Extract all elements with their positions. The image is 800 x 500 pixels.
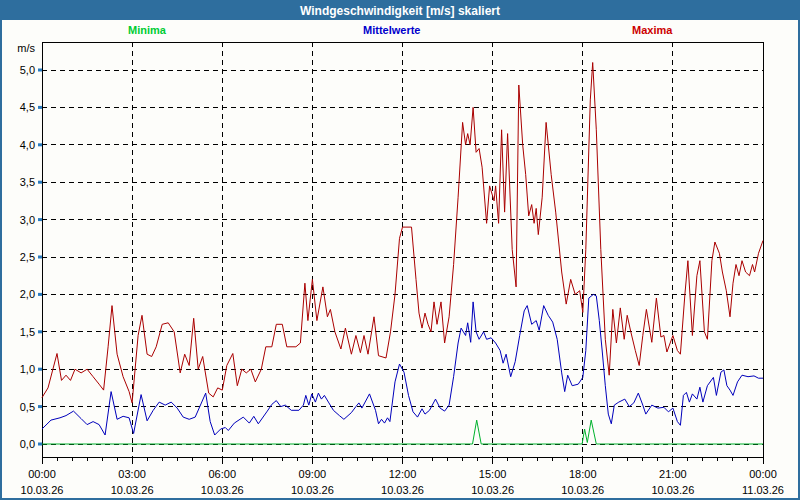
y-axis-tick — [38, 256, 42, 259]
y-tick-label: 5,0 — [20, 64, 35, 76]
x-tick-date: 10.03.26 — [201, 484, 244, 496]
x-tick-date: 10.03.26 — [471, 484, 514, 496]
y-tick-label: 0,0 — [20, 438, 35, 450]
x-tick-date: 10.03.26 — [291, 484, 334, 496]
x-tick-time: 21:00 — [659, 468, 687, 480]
y-tick-label: 4,5 — [20, 101, 35, 113]
x-tick-date: 10.03.26 — [381, 484, 424, 496]
legend-mittelwerte: Mittelwerte — [363, 24, 420, 36]
y-tick-label: 0,5 — [20, 401, 35, 413]
y-axis-tick — [38, 181, 42, 184]
y-axis-tick — [38, 143, 42, 146]
y-axis-tick — [38, 293, 42, 296]
x-tick-time: 09:00 — [299, 468, 327, 480]
x-tick-time: 18:00 — [569, 468, 597, 480]
legend-maxima: Maxima — [632, 24, 672, 36]
x-tick-time: 06:00 — [208, 468, 236, 480]
x-tick-time: 03:00 — [118, 468, 146, 480]
gridlines — [42, 42, 763, 457]
y-tick-label: 1,0 — [20, 363, 35, 375]
y-axis-tick — [38, 405, 42, 408]
y-axis-tick — [38, 330, 42, 333]
legend-minima: Minima — [128, 24, 166, 36]
y-axis-tick — [38, 218, 42, 221]
window-title: Windgeschwindigkeit [m/s] skaliert — [300, 4, 500, 18]
x-tick-date: 10.03.26 — [561, 484, 604, 496]
y-tick-label: 3,5 — [20, 176, 35, 188]
y-axis-tick — [38, 106, 42, 109]
y-tick-label: 2,0 — [20, 288, 35, 300]
y-tick-label: 4,0 — [20, 139, 35, 151]
y-axis-tick — [38, 69, 42, 72]
x-tick-date: 10.03.26 — [21, 484, 64, 496]
x-tick-time: 15:00 — [479, 468, 507, 480]
x-tick-time: 12:00 — [389, 468, 417, 480]
y-axis-unit: m/s — [17, 42, 35, 54]
y-tick-label: 1,5 — [20, 326, 35, 338]
x-tick-time: 00:00 — [749, 468, 777, 480]
x-tick-time: 00:00 — [28, 468, 56, 480]
y-axis-tick — [38, 443, 42, 446]
y-tick-label: 3,0 — [20, 214, 35, 226]
x-tick-date: 10.03.26 — [111, 484, 154, 496]
axes — [38, 42, 763, 464]
wind-speed-chart: 0,00,51,01,52,02,53,03,54,04,55,0m/s00:0… — [2, 2, 800, 500]
chart-window: 0,00,51,01,52,02,53,03,54,04,55,0m/s00:0… — [0, 0, 800, 500]
x-tick-date: 11.03.26 — [742, 484, 784, 496]
x-tick-date: 10.03.26 — [651, 484, 694, 496]
title-bar: Windgeschwindigkeit [m/s] skaliert — [2, 2, 798, 20]
y-tick-label: 2,5 — [20, 251, 35, 263]
y-axis-tick — [38, 368, 42, 371]
